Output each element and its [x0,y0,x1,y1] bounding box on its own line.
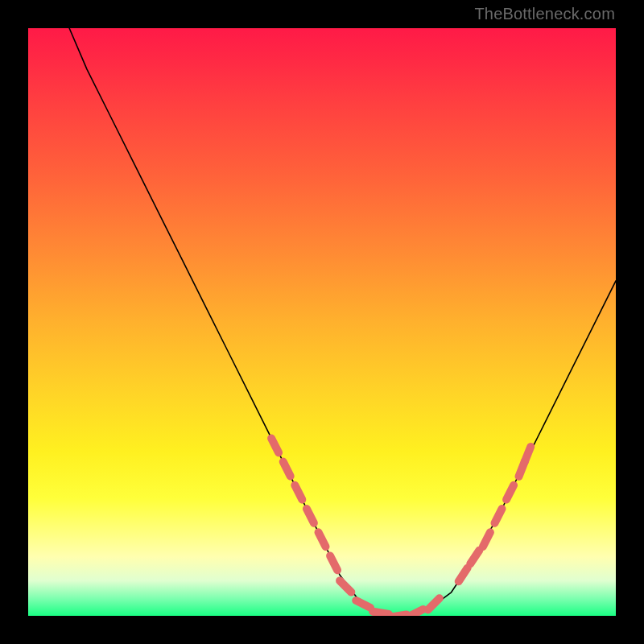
marker-dash [373,612,389,614]
marker-dash [470,551,479,564]
watermark-text: TheBottleneck.com [474,5,615,23]
bottleneck-curve-path [69,28,616,616]
marker-dash [428,598,440,609]
marker-dash [459,568,468,582]
chart-frame: TheBottleneck.com [0,0,644,644]
marker-dash [483,532,490,547]
marker-dash [390,614,407,616]
marker-dash [340,580,351,592]
chart-svg [28,28,616,616]
marker-dash [409,609,423,616]
marker-dash [506,485,514,500]
plot-area [28,28,616,616]
marker-dash [271,438,279,452]
marker-dash [356,601,370,608]
marker-dash [307,509,314,523]
marker-dash [295,485,302,500]
marker-dash [283,462,291,477]
marker-dash [525,447,530,462]
marker-dash [330,555,337,570]
marker-dash [319,532,326,547]
marker-dash [495,509,502,523]
